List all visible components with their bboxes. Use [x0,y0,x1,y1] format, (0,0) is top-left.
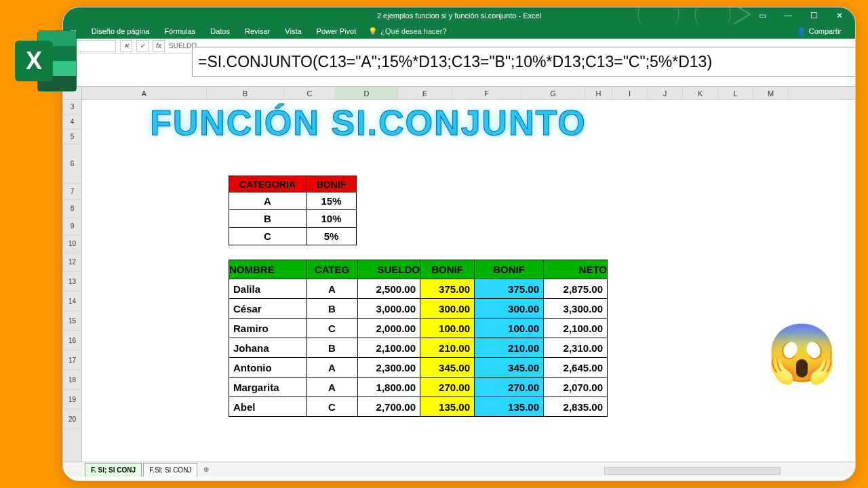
cell-bonif2[interactable]: 100.00 [475,319,544,338]
col-header-d[interactable]: D [336,87,398,99]
cell-categ[interactable]: A [307,358,358,378]
cell-nombre[interactable]: Johana [229,338,307,358]
cell-bonif2[interactable]: 300.00 [475,299,544,319]
cell-categ[interactable]: B [307,338,358,358]
cell-neto[interactable]: 2,070.00 [544,378,608,397]
minimize-button[interactable]: — [776,9,800,22]
row-header[interactable]: 16 [63,331,81,350]
cell-sueldo[interactable]: 2,300.00 [358,358,420,378]
cell-bonif1[interactable]: 210.00 [420,338,475,358]
cell-nombre[interactable]: Ramiro [229,319,307,338]
cell-categ[interactable]: B [307,299,358,319]
share-button[interactable]: 👤 Compartir [797,27,842,36]
cell-bonif1[interactable]: 300.00 [420,299,475,319]
ribbon-tab-revisar[interactable]: Revisar [242,26,273,37]
ribbon-tab-powerpivot[interactable]: Power Pivot [314,26,359,37]
ribbon-tab-formulas[interactable]: Fórmulas [161,26,198,37]
col-header-a[interactable]: A [82,87,207,99]
col-header-f[interactable]: F [452,87,521,99]
cell-sueldo[interactable]: 1,800.00 [358,378,420,397]
col-header-e[interactable]: E [398,87,452,99]
cell-categ[interactable]: A [307,378,358,397]
cell-bonif1[interactable]: 345.00 [420,358,475,378]
table-row: DalilaA2,500.00375.00375.002,875.00 [229,279,608,299]
tell-me-search[interactable]: 💡 ¿Qué desea hacer? [368,27,446,36]
cell-nombre[interactable]: Margarita [229,378,307,397]
cell-bonif1[interactable]: 270.00 [420,378,475,397]
table-row: JohanaB2,100.00210.00210.002,310.00 [229,338,608,358]
cell-neto[interactable]: 2,835.00 [544,397,608,417]
row-header[interactable]: 7 [63,184,81,200]
cell-nombre[interactable]: César [229,299,307,319]
cell-bonif2[interactable]: 345.00 [475,358,544,378]
sheet-tab[interactable]: F.SI; SI CONJ [143,463,197,476]
col-header-c[interactable]: C [284,87,336,99]
share-label: Compartir [809,27,842,35]
cell-bonif1[interactable]: 100.00 [420,319,475,338]
row-header[interactable]: 19 [63,390,81,409]
add-sheet-button[interactable]: ⊕ [200,466,212,473]
col-header-g[interactable]: G [521,87,585,99]
row-header[interactable]: 8 [63,200,81,218]
horizontal-scrollbar[interactable] [604,467,781,475]
col-header-k[interactable]: K [683,87,718,99]
enter-formula-button[interactable]: ✓ [136,40,149,52]
row-header[interactable]: 3 [63,100,81,115]
cell-nombre[interactable]: Abel [229,397,307,417]
ribbon-display-button[interactable]: ▭ [751,9,774,22]
cell-categ[interactable]: C [307,319,358,338]
sheet-tab-active[interactable]: F. SI; SI CONJ [85,463,142,476]
cell-sueldo[interactable]: 2,100.00 [358,338,420,358]
close-button[interactable]: ✕ [828,9,851,22]
cell-bonif2[interactable]: 135.00 [475,397,544,417]
row-header[interactable]: 9 [63,218,81,235]
row-header[interactable]: 6 [63,144,81,184]
row-header[interactable]: 4 [63,115,81,129]
row-header[interactable]: 10 [63,235,81,253]
cell-neto[interactable]: 2,645.00 [544,358,608,378]
col-header-b[interactable]: B [207,87,284,99]
formula-bar-content[interactable]: =SI.CONJUNTO(C13="A";15%*D13;C13="B";10%… [192,47,856,77]
table-row: B10% [229,210,357,228]
cells-area[interactable]: FUNCIÓN SI.CONJUNTO CATEGORIA BONIF A15%… [82,100,855,475]
cell-categ[interactable]: C [307,397,358,417]
maximize-button[interactable]: ☐ [802,9,825,22]
cell-bonif1[interactable]: 135.00 [420,397,475,417]
cell-sueldo[interactable]: 2,500.00 [358,279,420,299]
col-header-j[interactable]: J [648,87,683,99]
cell-neto[interactable]: 2,875.00 [544,279,608,299]
cell-bonif1[interactable]: 375.00 [420,279,475,299]
cell-categ[interactable]: A [307,279,358,299]
fx-button[interactable]: fx [153,40,165,52]
category-table: CATEGORIA BONIF A15% B10% C5% [229,176,357,245]
row-header[interactable]: 20 [63,409,81,429]
ribbon-tab-vista[interactable]: Vista [282,26,304,37]
row-header[interactable]: 5 [63,129,81,144]
col-header-h[interactable]: H [585,87,612,99]
col-header-l[interactable]: L [718,87,753,99]
ribbon-tab-datos[interactable]: Datos [208,26,233,37]
title-bar: 2 ejemplos funcion si y función si.conju… [63,7,855,24]
row-header[interactable]: 15 [63,311,81,331]
cell-bonif2[interactable]: 375.00 [475,279,544,299]
cell-nombre[interactable]: Dalila [229,279,307,299]
cell-sueldo[interactable]: 3,000.00 [358,299,420,319]
cell-sueldo[interactable]: 2,700.00 [358,397,420,417]
cell-bonif2[interactable]: 210.00 [475,338,544,358]
cell-neto[interactable]: 2,100.00 [544,319,608,338]
row-header[interactable]: 13 [63,272,81,291]
row-header[interactable]: 14 [63,291,81,311]
table-row: CésarB3,000.00300.00300.003,300.00 [229,299,608,319]
row-header[interactable]: 12 [63,253,81,272]
cell-nombre[interactable]: Antonio [229,358,307,378]
cell-neto[interactable]: 3,300.00 [544,299,608,319]
row-header[interactable]: 17 [63,350,81,370]
cancel-formula-button[interactable]: ✕ [120,40,132,52]
col-header-m[interactable]: M [753,87,789,99]
row-header[interactable]: 18 [63,370,81,390]
col-header-i[interactable]: I [612,87,648,99]
cell-bonif2[interactable]: 270.00 [475,378,544,397]
ribbon-tab-diseno[interactable]: Diseño de página [89,26,153,37]
cell-neto[interactable]: 2,310.00 [544,338,608,358]
cell-sueldo[interactable]: 2,000.00 [358,319,420,338]
